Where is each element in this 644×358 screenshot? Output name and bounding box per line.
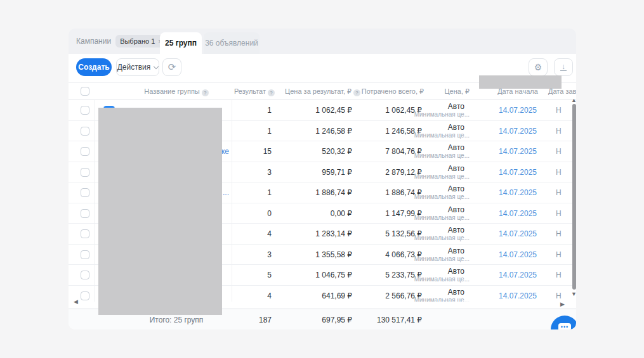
date-start-link[interactable]: 14.07.2025 xyxy=(497,147,538,156)
date-end-value: Н xyxy=(556,229,562,238)
price-mode: Авто xyxy=(414,267,470,276)
column-header-price[interactable]: Цена, ₽ xyxy=(444,87,470,96)
row-checkbox[interactable] xyxy=(81,147,89,156)
row-checkbox[interactable] xyxy=(81,209,89,218)
column-divider xyxy=(232,182,232,203)
date-start-link[interactable]: 14.07.2025 xyxy=(497,291,538,300)
price-cell: Авто Минимальная це... xyxy=(414,288,470,302)
column-header-spent[interactable]: Потрачено всего, ₽ xyxy=(362,87,424,96)
tab-groups[interactable]: 25 групп xyxy=(160,32,202,54)
column-divider xyxy=(232,100,232,120)
price-mode: Авто xyxy=(414,143,470,152)
price-strategy: Минимальная це... xyxy=(414,173,470,180)
column-divider xyxy=(94,286,95,302)
date-start-link[interactable]: 14.07.2025 xyxy=(497,209,538,218)
column-divider xyxy=(232,224,232,244)
price-strategy: Минимальная це... xyxy=(414,276,470,283)
cost-per-result-value: 1 283,14 ₽ xyxy=(315,229,352,238)
column-divider xyxy=(232,162,232,182)
price-mode: Авто xyxy=(414,184,470,193)
actions-dropdown[interactable]: Действия xyxy=(116,58,159,76)
date-start-link[interactable]: 14.07.2025 xyxy=(497,271,538,279)
redaction-overlay xyxy=(479,75,562,89)
price-cell: Авто Минимальная це... xyxy=(414,267,470,283)
tab-campaigns[interactable]: Кампании Выбрано 1 × xyxy=(76,29,167,54)
date-start-link[interactable]: 14.07.2025 xyxy=(497,168,538,177)
row-checkbox[interactable] xyxy=(81,291,89,300)
date-start-link[interactable]: 14.07.2025 xyxy=(497,250,538,259)
price-strategy: Минимальная це... xyxy=(414,193,470,200)
cost-per-result-value: 1 246,58 ₽ xyxy=(315,127,352,136)
vertical-scrollbar-thumb[interactable] xyxy=(572,104,576,290)
result-value: 1 xyxy=(267,188,272,197)
column-divider xyxy=(94,162,95,182)
row-checkbox[interactable] xyxy=(81,188,89,197)
chat-icon: ••• xyxy=(558,323,571,329)
column-header-result[interactable]: Результат? xyxy=(234,87,275,96)
column-divider xyxy=(94,100,95,120)
column-divider xyxy=(232,121,232,141)
select-all-checkbox[interactable] xyxy=(81,87,89,96)
scroll-left-icon[interactable]: ◀ xyxy=(74,298,78,305)
price-mode: Авто xyxy=(414,226,470,234)
price-mode: Авто xyxy=(414,164,470,173)
tab-ads[interactable]: 36 объявлений xyxy=(204,32,260,54)
column-divider xyxy=(232,286,232,302)
create-button[interactable]: Создать xyxy=(76,58,112,76)
cost-per-result-value: 0,00 ₽ xyxy=(331,209,352,218)
column-divider xyxy=(94,203,95,224)
download-button[interactable]: ↓ xyxy=(554,58,573,76)
price-mode: Авто xyxy=(414,288,470,297)
chevron-down-icon xyxy=(154,63,159,68)
price-cell: Авто Минимальная це... xyxy=(414,123,470,139)
price-strategy: Минимальная це... xyxy=(414,214,470,221)
price-mode: Авто xyxy=(414,205,470,214)
help-icon[interactable]: ? xyxy=(353,89,360,96)
help-icon[interactable]: ? xyxy=(202,89,209,96)
price-cell: Авто Минимальная це... xyxy=(414,164,470,180)
price-cell: Авто Минимальная це... xyxy=(414,246,470,262)
price-mode: Авто xyxy=(414,123,470,132)
date-end-value: Н xyxy=(556,188,562,197)
column-divider xyxy=(232,141,232,162)
date-start-link[interactable]: 14.07.2025 xyxy=(497,188,538,197)
help-icon[interactable]: ? xyxy=(268,89,275,96)
date-start-link[interactable]: 14.07.2025 xyxy=(497,229,538,238)
row-checkbox[interactable] xyxy=(81,250,89,259)
column-divider xyxy=(94,121,95,141)
scroll-up-icon[interactable]: ▲ xyxy=(571,97,576,103)
date-end-value: Н xyxy=(556,250,562,259)
settings-button[interactable]: ⚙ xyxy=(529,58,548,76)
actions-label: Действия xyxy=(117,63,151,72)
row-checkbox[interactable] xyxy=(81,127,89,136)
price-cell: Авто Минимальная це... xyxy=(414,143,470,159)
totals-cost-per-result: 697,95 ₽ xyxy=(322,316,352,324)
scroll-down-icon[interactable]: ▼ xyxy=(571,291,576,297)
date-start-link[interactable]: 14.07.2025 xyxy=(497,127,538,136)
date-end-value: Н xyxy=(556,106,562,115)
column-divider xyxy=(232,203,232,224)
date-end-value: Н xyxy=(556,127,562,136)
column-divider xyxy=(94,265,95,285)
row-checkbox[interactable] xyxy=(81,271,89,279)
tab-campaigns-label: Кампании xyxy=(76,37,111,46)
row-checkbox[interactable] xyxy=(81,106,89,115)
date-end-value: Н xyxy=(556,271,562,279)
result-value: 1 xyxy=(267,106,272,115)
scroll-right-icon[interactable]: ▶ xyxy=(560,301,565,307)
price-strategy: Минимальная це... xyxy=(414,234,470,241)
date-end-value: Н xyxy=(556,209,562,218)
price-strategy: Минимальная це... xyxy=(414,111,470,118)
date-end-value: Н xyxy=(556,291,562,300)
price-cell: Авто Минимальная це... xyxy=(414,205,470,221)
result-value: 1 xyxy=(267,127,272,136)
column-header-cost-per-result[interactable]: Цена за результат, ₽? xyxy=(285,87,360,96)
date-start-link[interactable]: 14.07.2025 xyxy=(497,106,538,115)
row-checkbox[interactable] xyxy=(81,229,89,238)
refresh-button[interactable]: ⟳ xyxy=(162,58,181,76)
totals-spent: 130 517,41 ₽ xyxy=(377,316,422,324)
price-strategy: Минимальная це... xyxy=(414,255,470,262)
price-strategy: Минимальная це... xyxy=(414,132,470,139)
row-checkbox[interactable] xyxy=(81,168,89,177)
cost-per-result-value: 641,69 ₽ xyxy=(322,291,352,300)
